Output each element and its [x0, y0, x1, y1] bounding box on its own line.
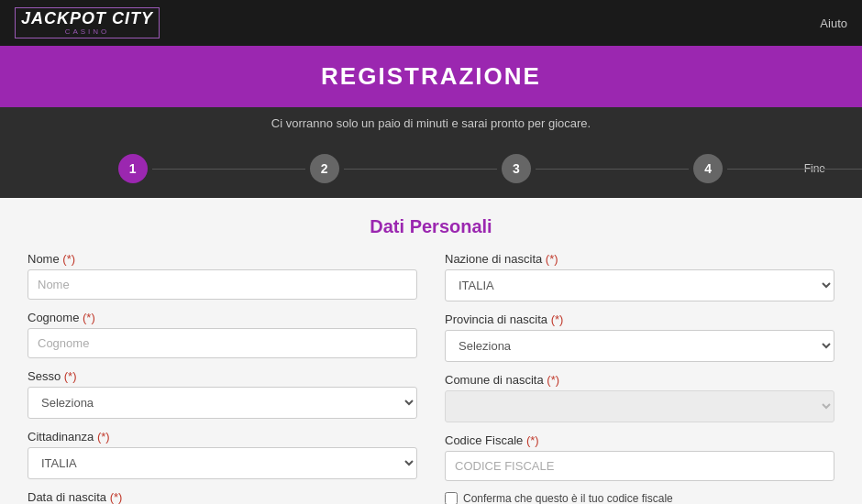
- nazione-select[interactable]: ITALIA: [445, 269, 834, 301]
- sesso-req: (*): [64, 369, 77, 383]
- step-3[interactable]: 3: [420, 154, 612, 183]
- form-grid: Nome (*) Cognome (*) Sesso (*): [28, 252, 834, 504]
- codice-fiscale-group: Codice Fiscale (*): [445, 433, 834, 481]
- cittadinanza-group: Cittadinanza (*) ITALIA: [28, 430, 417, 479]
- help-link[interactable]: Aiuto: [820, 16, 847, 30]
- logo-sub: CASINO: [21, 27, 153, 36]
- logo-container: JACKPOT CITY CASINO: [15, 7, 160, 38]
- conferma-cf-checkbox[interactable]: [445, 492, 458, 504]
- nazione-req: (*): [546, 252, 558, 266]
- registration-subtitle: Ci vorranno solo un paio di minuti e sar…: [0, 107, 862, 139]
- cittadinanza-select[interactable]: ITALIA: [28, 447, 417, 479]
- step-4-circle: 4: [693, 154, 723, 183]
- nome-group: Nome (*): [28, 252, 417, 300]
- cittadinanza-label: Cittadinanza (*): [28, 430, 417, 444]
- step-3-circle: 3: [502, 154, 531, 183]
- comune-group: Comune di nascita (*): [445, 373, 834, 422]
- sesso-select[interactable]: Seleziona Maschio Femmina: [28, 387, 417, 419]
- data-nascita-label: Data di nascita (*): [28, 490, 417, 504]
- registration-banner: REGISTRAZIONE: [0, 46, 862, 107]
- provincia-group: Provincia di nascita (*) Seleziona: [445, 312, 834, 362]
- conferma-cf-label: Conferma che questo è il tuo codice fisc…: [463, 492, 673, 504]
- step-1-circle: 1: [118, 154, 148, 183]
- nome-req: (*): [62, 252, 75, 266]
- comune-select[interactable]: [445, 390, 834, 422]
- step-4[interactable]: 4: [613, 154, 804, 183]
- data-nascita-req: (*): [110, 490, 123, 504]
- cittadinanza-req: (*): [97, 430, 110, 444]
- steps-container: 1 2 3 4 Fine: [0, 139, 862, 198]
- logo-wrapper: JACKPOT CITY CASINO: [15, 7, 160, 38]
- subtitle-text: Ci vorranno solo un paio di minuti e sar…: [271, 116, 591, 130]
- sesso-group: Sesso (*) Seleziona Maschio Femmina: [28, 369, 417, 419]
- comune-req: (*): [547, 373, 559, 387]
- cognome-req: (*): [83, 311, 95, 324]
- cognome-label: Cognome (*): [28, 311, 417, 324]
- codice-fiscale-req: (*): [526, 433, 539, 447]
- cognome-group: Cognome (*): [28, 311, 417, 358]
- sesso-label: Sesso (*): [28, 369, 417, 383]
- content-area: Dati Personali Nome (*) Cognome (*): [0, 198, 862, 504]
- nazione-label: Nazione di nascita (*): [445, 252, 834, 266]
- nazione-group: Nazione di nascita (*) ITALIA: [445, 252, 834, 301]
- codice-fiscale-input[interactable]: [445, 451, 834, 481]
- conferma-cf-row: Conferma che questo è il tuo codice fisc…: [445, 492, 834, 504]
- right-column: Nazione di nascita (*) ITALIA Provincia …: [445, 252, 834, 504]
- section-title: Dati Personali: [28, 216, 834, 237]
- step-2-circle: 2: [310, 154, 339, 183]
- nome-label: Nome (*): [28, 252, 417, 266]
- provincia-label: Provincia di nascita (*): [445, 312, 834, 326]
- left-column: Nome (*) Cognome (*) Sesso (*): [28, 252, 417, 504]
- codice-fiscale-label: Codice Fiscale (*): [445, 433, 834, 447]
- step-1[interactable]: 1: [37, 154, 228, 183]
- registration-title: REGISTRAZIONE: [17, 62, 845, 91]
- logo-text: JACKPOT CITY: [21, 9, 153, 27]
- step-2[interactable]: 2: [228, 154, 420, 183]
- data-nascita-group: Data di nascita (*): [28, 490, 417, 504]
- provincia-req: (*): [551, 312, 564, 326]
- header: JACKPOT CITY CASINO Aiuto: [0, 0, 862, 46]
- nome-input[interactable]: [28, 269, 417, 300]
- comune-label: Comune di nascita (*): [445, 373, 834, 387]
- provincia-select[interactable]: Seleziona: [445, 330, 834, 362]
- cognome-input[interactable]: [28, 328, 417, 358]
